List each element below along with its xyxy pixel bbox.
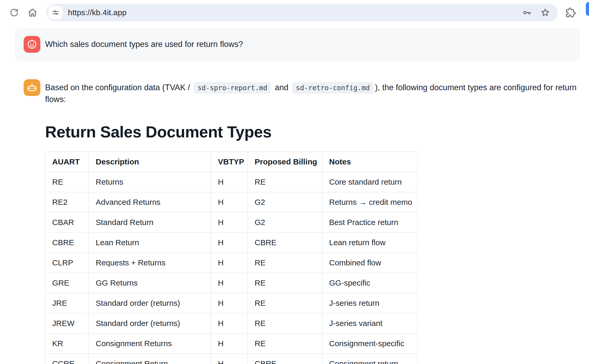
home-icon <box>28 8 37 17</box>
table-cell: CLRP <box>45 253 89 273</box>
assistant-avatar <box>24 79 40 96</box>
table-header-cell: Proposed Billing <box>248 152 322 172</box>
user-smiley-icon <box>26 39 38 50</box>
code-chip-spro-report: sd-spro-report.md <box>194 82 271 94</box>
browser-toolbar: https://kb.4it.app <box>0 0 589 25</box>
home-button[interactable] <box>26 6 39 19</box>
table-row: CBRELean ReturnHCBRELean return flow <box>45 233 418 253</box>
table-cell: G2 <box>248 192 322 212</box>
table-cell: Lean return flow <box>322 233 418 253</box>
table-cell: RE <box>248 172 322 192</box>
table-cell: Returns <box>89 172 211 192</box>
url-text: https://kb.4it.app <box>68 8 127 17</box>
window-edge-accent <box>586 2 589 16</box>
table-row: CCREConsignment ReturnHCBREConsignment r… <box>45 354 418 364</box>
reload-button[interactable] <box>8 6 20 19</box>
table-cell: Consignment-specific <box>322 334 418 354</box>
table-row: REReturnsHRECore standard return <box>45 172 418 192</box>
table-cell: CBRE <box>45 233 89 253</box>
extensions-puzzle-icon <box>566 8 576 18</box>
table-cell: H <box>211 253 248 273</box>
table-cell: G2 <box>248 212 322 233</box>
intro-prefix: Based on the configuration data (TVAK / <box>45 83 192 92</box>
table-cell: GG-specific <box>322 273 418 293</box>
table-cell: H <box>211 354 248 364</box>
table-cell: JREW <box>45 313 89 334</box>
table-cell: H <box>211 233 248 253</box>
table-cell: RE2 <box>45 192 89 212</box>
table-cell: Standard Return <box>89 212 211 233</box>
table-cell: GRE <box>45 273 89 293</box>
table-cell: H <box>211 334 248 354</box>
assistant-message: Based on the configuration data (TVAK / … <box>24 79 580 364</box>
table-cell: Standard order (returns) <box>89 313 211 334</box>
table-cell: H <box>211 313 248 334</box>
user-avatar <box>24 36 40 53</box>
table-cell: Standard order (returns) <box>89 293 211 313</box>
table-cell: Returns → credit memo <box>322 192 418 212</box>
table-row: CLRPRequests + ReturnsHRECombined flow <box>45 253 418 273</box>
doc-types-table-body: REReturnsHRECore standard returnRE2Advan… <box>45 172 418 364</box>
assistant-robot-icon <box>26 82 38 93</box>
code-chip-retro-config: sd-retro-config.md <box>292 82 373 94</box>
table-cell: Consignment Return <box>89 354 211 364</box>
table-cell: RE <box>248 313 322 334</box>
table-cell: RE <box>45 172 89 192</box>
table-cell: CCRE <box>45 354 89 364</box>
table-row: JREWStandard order (returns)HREJ-series … <box>45 313 418 334</box>
page-title: Return Sales Document Types <box>45 123 580 141</box>
intro-mid: and <box>272 83 291 92</box>
chat-page: Which sales document types are used for … <box>0 25 589 364</box>
url-bar[interactable]: https://kb.4it.app <box>46 4 558 21</box>
table-cell: RE <box>248 253 322 273</box>
table-header-cell: Notes <box>322 152 418 172</box>
table-cell: J-series return <box>322 293 418 313</box>
table-cell: Core standard return <box>322 172 418 192</box>
table-cell: RE <box>248 293 322 313</box>
password-manager-button[interactable] <box>522 8 532 17</box>
table-cell: Advanced Returns <box>89 192 211 212</box>
user-question: Which sales document types are used for … <box>45 40 243 49</box>
table-cell: Lean Return <box>89 233 211 253</box>
table-header-row: AUARTDescriptionVBTYPProposed BillingNot… <box>45 152 418 172</box>
table-cell: Combined flow <box>322 253 418 273</box>
table-cell: JRE <box>45 293 89 313</box>
table-row: CBARStandard ReturnHG2Best Practice retu… <box>45 212 418 233</box>
site-settings-icon <box>52 9 59 16</box>
bookmark-button[interactable] <box>540 8 550 17</box>
table-cell: RE <box>248 334 322 354</box>
table-cell: CBRE <box>248 233 322 253</box>
table-cell: H <box>211 192 248 212</box>
doc-types-table: AUARTDescriptionVBTYPProposed BillingNot… <box>45 152 418 364</box>
table-cell: KR <box>45 334 89 354</box>
assistant-intro: Based on the configuration data (TVAK / … <box>45 82 580 105</box>
table-cell: H <box>211 273 248 293</box>
table-row: RE2Advanced ReturnsHG2Returns → credit m… <box>45 192 418 212</box>
reload-icon <box>10 8 19 17</box>
table-cell: H <box>211 212 248 233</box>
table-cell: GG Returns <box>89 273 211 293</box>
table-cell: H <box>211 293 248 313</box>
user-message: Which sales document types are used for … <box>15 28 580 61</box>
extensions-button[interactable] <box>564 6 577 19</box>
password-key-icon <box>522 8 532 17</box>
table-row: JREStandard order (returns)HREJ-series r… <box>45 293 418 313</box>
table-cell: Best Practice return <box>322 212 418 233</box>
table-cell: RE <box>248 273 322 293</box>
table-header-cell: AUART <box>45 152 89 172</box>
table-row: KRConsignment ReturnsHREConsignment-spec… <box>45 334 418 354</box>
table-cell: Consignment Returns <box>89 334 211 354</box>
table-header-cell: VBTYP <box>211 152 248 172</box>
table-cell: J-series variant <box>322 313 418 334</box>
table-cell: Requests + Returns <box>89 253 211 273</box>
table-row: GREGG ReturnsHREGG-specific <box>45 273 418 293</box>
table-header-cell: Description <box>89 152 211 172</box>
bookmark-star-icon <box>540 8 550 17</box>
table-cell: Consignment return <box>322 354 418 364</box>
table-cell: CBRE <box>248 354 322 364</box>
assistant-body: Based on the configuration data (TVAK / … <box>45 79 580 364</box>
table-cell: H <box>211 172 248 192</box>
site-settings-chip[interactable] <box>49 6 63 19</box>
table-cell: CBAR <box>45 212 89 233</box>
